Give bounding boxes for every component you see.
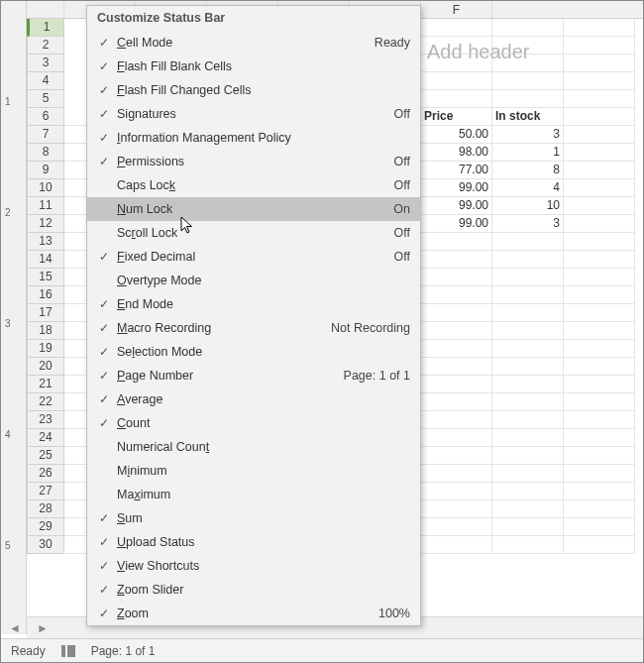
cell[interactable] (564, 447, 635, 465)
cell[interactable] (564, 269, 635, 286)
cell[interactable]: 50.00 (421, 126, 492, 144)
menu-item-minimum[interactable]: Minimum (87, 459, 420, 483)
cell[interactable] (564, 376, 635, 393)
cell[interactable] (492, 233, 564, 251)
cell[interactable] (421, 358, 492, 376)
row-header-18[interactable]: 18 (27, 322, 64, 340)
cell[interactable]: 99.00 (421, 197, 492, 215)
cell[interactable] (421, 269, 492, 286)
cell[interactable] (492, 376, 564, 393)
cell[interactable] (492, 19, 564, 37)
cell[interactable] (492, 447, 564, 465)
cell[interactable] (564, 483, 635, 500)
cell[interactable]: 8 (492, 162, 564, 179)
cell[interactable] (421, 376, 492, 393)
cell[interactable] (492, 411, 564, 429)
cell[interactable] (492, 269, 564, 286)
menu-item-view-shortcuts[interactable]: ✓View Shortcuts (87, 554, 420, 578)
row-header-15[interactable]: 15 (27, 269, 64, 286)
cell[interactable] (492, 465, 564, 483)
row-header-6[interactable]: 6 (27, 108, 64, 126)
cell[interactable] (564, 72, 635, 90)
row-header-9[interactable]: 9 (27, 162, 64, 179)
cell[interactable] (564, 429, 635, 447)
cell[interactable] (421, 393, 492, 411)
customize-status-bar-menu[interactable]: Customize Status Bar ✓Cell ModeReady✓Fla… (86, 5, 421, 626)
cell[interactable] (564, 304, 635, 322)
row-header-1[interactable]: 1 (27, 19, 64, 37)
cell[interactable] (492, 304, 564, 322)
row-header-20[interactable]: 20 (27, 358, 64, 376)
row-header-2[interactable]: 2 (27, 37, 64, 55)
menu-item-sum[interactable]: ✓Sum (87, 506, 420, 530)
cell[interactable] (564, 144, 635, 162)
cell[interactable] (564, 251, 635, 269)
row-header-8[interactable]: 8 (27, 144, 64, 162)
cell[interactable] (564, 126, 635, 144)
cell[interactable] (564, 286, 635, 304)
menu-item-end-mode[interactable]: ✓End Mode (87, 292, 420, 316)
row-header-3[interactable]: 3 (27, 55, 64, 72)
menu-item-overtype-mode[interactable]: Overtype Mode (87, 269, 420, 292)
cell[interactable] (421, 233, 492, 251)
row-header-10[interactable]: 10 (27, 179, 64, 197)
row-header-24[interactable]: 24 (27, 429, 64, 447)
cell[interactable]: 10 (492, 197, 564, 215)
row-header-23[interactable]: 23 (27, 411, 64, 429)
menu-item-flash-fill-changed-cells[interactable]: ✓Flash Fill Changed Cells (87, 78, 420, 102)
menu-item-zoom-slider[interactable]: ✓Zoom Slider (87, 578, 420, 602)
row-header-17[interactable]: 17 (27, 304, 64, 322)
menu-item-count[interactable]: ✓Count (87, 411, 420, 435)
cell[interactable] (492, 286, 564, 304)
menu-item-scroll-lock[interactable]: Scroll LockOff (87, 221, 420, 245)
menu-item-permissions[interactable]: ✓PermissionsOff (87, 150, 420, 173)
cell[interactable] (421, 518, 492, 536)
row-header-4[interactable]: 4 (27, 72, 64, 90)
cell[interactable] (492, 340, 564, 358)
menu-item-flash-fill-blank-cells[interactable]: ✓Flash Fill Blank Cells (87, 55, 420, 78)
cell[interactable]: In stock (492, 108, 564, 126)
cell[interactable] (564, 536, 635, 554)
cell[interactable] (492, 251, 564, 269)
cell[interactable] (421, 465, 492, 483)
menu-item-fixed-decimal[interactable]: ✓Fixed DecimalOff (87, 245, 420, 269)
cell[interactable]: 1 (492, 144, 564, 162)
cell[interactable] (564, 393, 635, 411)
row-header-7[interactable]: 7 (27, 126, 64, 144)
cell[interactable] (564, 411, 635, 429)
row-header-28[interactable]: 28 (27, 500, 64, 518)
cell[interactable] (564, 197, 635, 215)
cell[interactable] (492, 393, 564, 411)
page-layout-icon[interactable] (61, 645, 75, 657)
cell[interactable] (564, 340, 635, 358)
cell[interactable] (564, 500, 635, 518)
cell[interactable] (492, 536, 564, 554)
cell[interactable] (564, 55, 635, 72)
cell[interactable]: 98.00 (421, 144, 492, 162)
row-header-29[interactable]: 29 (27, 518, 64, 536)
menu-item-maximum[interactable]: Maximum (87, 483, 420, 506)
row-header-21[interactable]: 21 (27, 376, 64, 393)
menu-item-num-lock[interactable]: Num LockOn (87, 197, 420, 221)
cell[interactable] (564, 465, 635, 483)
row-header-30[interactable]: 30 (27, 536, 64, 554)
row-header-22[interactable]: 22 (27, 393, 64, 411)
cell[interactable] (564, 518, 635, 536)
cell[interactable] (564, 215, 635, 233)
cell[interactable] (421, 304, 492, 322)
menu-item-cell-mode[interactable]: ✓Cell ModeReady (87, 31, 420, 55)
cell[interactable] (421, 411, 492, 429)
cell[interactable]: 3 (492, 215, 564, 233)
menu-item-average[interactable]: ✓Average (87, 387, 420, 411)
menu-item-zoom[interactable]: ✓Zoom100% (87, 602, 420, 625)
sheet-prev-button[interactable]: ◄ (3, 619, 27, 637)
row-header-19[interactable]: 19 (27, 340, 64, 358)
cell[interactable] (564, 233, 635, 251)
cell[interactable] (421, 251, 492, 269)
menu-item-macro-recording[interactable]: ✓Macro RecordingNot Recording (87, 316, 420, 340)
row-header-12[interactable]: 12 (27, 215, 64, 233)
cell[interactable] (564, 90, 635, 108)
menu-item-caps-lock[interactable]: Caps LockOff (87, 173, 420, 197)
cell[interactable] (421, 286, 492, 304)
cell[interactable] (421, 322, 492, 340)
